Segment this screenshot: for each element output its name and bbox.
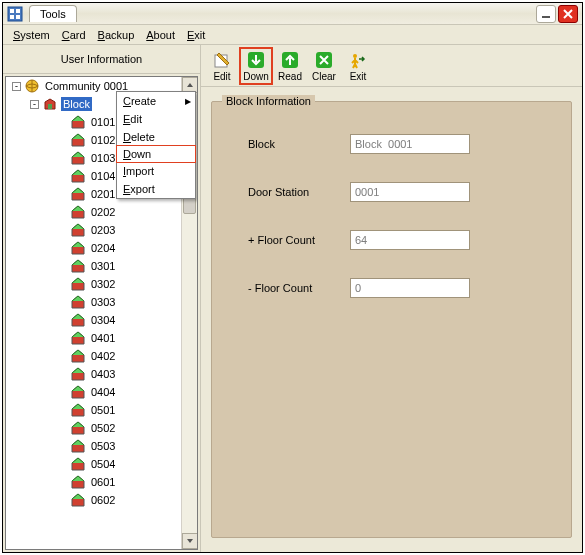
tree-toggle (58, 262, 67, 271)
submenu-arrow-icon: ▶ (185, 97, 191, 106)
tree-room[interactable]: 0502 (6, 419, 181, 437)
toolbar-label: Edit (213, 71, 230, 82)
svg-rect-5 (542, 16, 550, 18)
svg-rect-7 (48, 104, 52, 109)
tree-node-icon (70, 474, 86, 490)
tree-room[interactable]: 0601 (6, 473, 181, 491)
titlebar-tab[interactable]: Tools (29, 5, 77, 22)
minimize-icon (541, 9, 551, 19)
tree-room[interactable]: 0203 (6, 221, 181, 239)
field-input-block[interactable] (350, 134, 470, 154)
tree-node-icon (70, 114, 86, 130)
tree-node-label: 0401 (89, 331, 117, 345)
tree-node-icon (70, 330, 86, 346)
tree-node-icon (70, 366, 86, 382)
toolbar-label: Exit (350, 71, 367, 82)
svg-rect-4 (16, 15, 20, 19)
field-input--floor-count[interactable] (350, 278, 470, 298)
tree-room[interactable]: 0302 (6, 275, 181, 293)
tree-node-icon (70, 150, 86, 166)
clear-icon (314, 50, 334, 70)
close-button[interactable] (558, 5, 578, 23)
form-row: Door Station (230, 180, 553, 204)
tree-toggle (58, 370, 67, 379)
tree-toggle (58, 190, 67, 199)
tree-node-label: 0501 (89, 403, 117, 417)
tree-toggle (58, 208, 67, 217)
form-row: - Floor Count (230, 276, 553, 300)
toolbar-read-button[interactable]: Read (273, 47, 307, 85)
tree-room[interactable]: 0202 (6, 203, 181, 221)
scroll-down-button[interactable] (182, 533, 198, 549)
minimize-button[interactable] (536, 5, 556, 23)
tree-toggle (58, 298, 67, 307)
context-reate[interactable]: Create▶ (117, 92, 195, 110)
toolbar-down-button[interactable]: Down (239, 47, 273, 85)
tree-room[interactable]: 0402 (6, 347, 181, 365)
tree-toggle (58, 154, 67, 163)
menu-ackup[interactable]: Backup (94, 28, 139, 42)
field-input--floor-count[interactable] (350, 230, 470, 250)
tree-node-label: 0502 (89, 421, 117, 435)
tree-node-icon (70, 222, 86, 238)
tree-room[interactable]: 0401 (6, 329, 181, 347)
tree-toggle[interactable]: - (12, 82, 21, 91)
tree-toggle (58, 334, 67, 343)
tree-node-label: 0504 (89, 457, 117, 471)
svg-rect-2 (16, 9, 20, 13)
group-label: Block Information (222, 95, 315, 107)
tree-room[interactable]: 0301 (6, 257, 181, 275)
tree-node-label: 0602 (89, 493, 117, 507)
tree-room[interactable]: 0204 (6, 239, 181, 257)
menu-bout[interactable]: About (142, 28, 179, 42)
tree-toggle (58, 442, 67, 451)
tree-node-label: 0503 (89, 439, 117, 453)
svg-rect-1 (10, 9, 14, 13)
tree-toggle (58, 244, 67, 253)
tree-node-label: 0302 (89, 277, 117, 291)
tree-node-icon (70, 438, 86, 454)
tree-room[interactable]: 0404 (6, 383, 181, 401)
down-icon (246, 50, 266, 70)
tree-node-icon (70, 402, 86, 418)
tree-room[interactable]: 0504 (6, 455, 181, 473)
form-row: + Floor Count (230, 228, 553, 252)
menubar: SystemCardBackupAboutExit (3, 25, 582, 45)
field-input-door-station[interactable] (350, 182, 470, 202)
tree-room[interactable]: 0602 (6, 491, 181, 509)
toolbar-edit-button[interactable]: Edit (205, 47, 239, 85)
context-elete[interactable]: Delete (117, 128, 195, 146)
tree-toggle (58, 226, 67, 235)
tree-room[interactable]: 0503 (6, 437, 181, 455)
close-icon (563, 9, 573, 19)
chevron-up-icon (186, 81, 194, 89)
tree-node-label: 0104 (89, 169, 117, 183)
toolbar-exit-button[interactable]: Exit (341, 47, 375, 85)
tree-toggle (58, 496, 67, 505)
context-mport[interactable]: Import (117, 162, 195, 180)
tree-node-icon (70, 492, 86, 508)
tree-room[interactable]: 0403 (6, 365, 181, 383)
context-xport[interactable]: Export (117, 180, 195, 198)
tree-room[interactable]: 0303 (6, 293, 181, 311)
tree-node-icon (70, 348, 86, 364)
tree-room[interactable]: 0304 (6, 311, 181, 329)
tree-node-icon (70, 186, 86, 202)
tree-toggle[interactable]: - (30, 100, 39, 109)
context-dit[interactable]: Edit (117, 110, 195, 128)
context-own[interactable]: Down (116, 145, 196, 163)
tree-node-icon (70, 420, 86, 436)
toolbar-clear-button[interactable]: Clear (307, 47, 341, 85)
tree-toggle (58, 406, 67, 415)
field-label: + Floor Count (230, 234, 350, 246)
chevron-down-icon (186, 537, 194, 545)
tree-node-label: 0202 (89, 205, 117, 219)
tree-node-label: 0204 (89, 241, 117, 255)
field-label: Door Station (230, 186, 350, 198)
menu-ard[interactable]: Card (58, 28, 90, 42)
toolbar-label: Clear (312, 71, 336, 82)
form-row: Block (230, 132, 553, 156)
tree-room[interactable]: 0501 (6, 401, 181, 419)
menu-xit[interactable]: Exit (183, 28, 209, 42)
menu-ystem[interactable]: System (9, 28, 54, 42)
